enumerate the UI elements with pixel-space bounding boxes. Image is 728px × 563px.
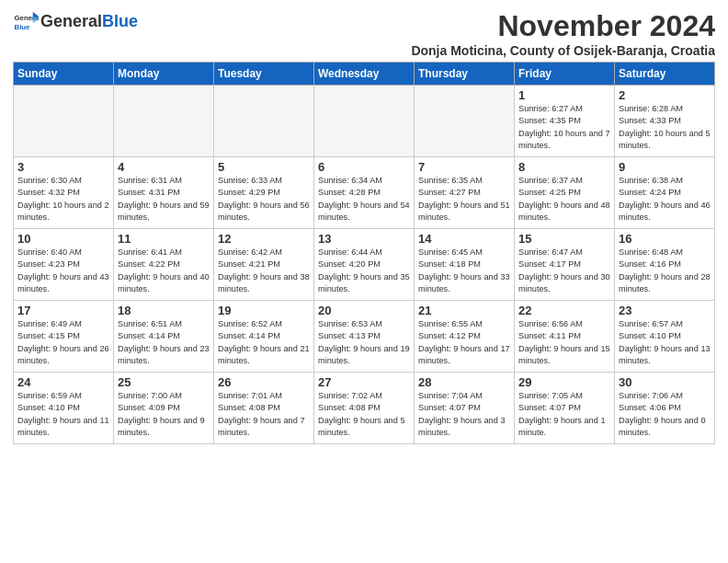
day-info: Sunrise: 6:40 AMSunset: 4:23 PMDaylight:… — [17, 247, 109, 295]
day-number: 4 — [118, 160, 210, 174]
day-number: 5 — [218, 160, 310, 174]
calendar-cell — [114, 86, 214, 157]
calendar-cell: 30Sunrise: 7:06 AMSunset: 4:06 PMDayligh… — [615, 373, 715, 444]
logo: General Blue GeneralBlue — [13, 9, 138, 35]
calendar-cell: 15Sunrise: 6:47 AMSunset: 4:17 PMDayligh… — [515, 229, 615, 301]
day-info: Sunrise: 6:49 AMSunset: 4:15 PMDaylight:… — [17, 318, 109, 367]
day-number: 19 — [218, 304, 310, 317]
day-info: Sunrise: 6:55 AMSunset: 4:12 PMDaylight:… — [418, 318, 510, 367]
calendar-week-row: 17Sunrise: 6:49 AMSunset: 4:15 PMDayligh… — [14, 301, 715, 373]
day-number: 13 — [318, 232, 410, 246]
day-info: Sunrise: 7:01 AMSunset: 4:08 PMDaylight:… — [218, 390, 310, 439]
day-number: 10 — [17, 232, 109, 246]
day-info: Sunrise: 6:44 AMSunset: 4:20 PMDaylight:… — [318, 247, 410, 295]
calendar-cell: 25Sunrise: 7:00 AMSunset: 4:09 PMDayligh… — [114, 373, 214, 444]
calendar-cell: 8Sunrise: 6:37 AMSunset: 4:25 PMDaylight… — [515, 157, 615, 229]
day-info: Sunrise: 6:37 AMSunset: 4:25 PMDaylight:… — [518, 175, 610, 224]
day-number: 17 — [17, 304, 109, 317]
day-info: Sunrise: 6:59 AMSunset: 4:10 PMDaylight:… — [17, 390, 109, 439]
day-info: Sunrise: 6:51 AMSunset: 4:14 PMDaylight:… — [118, 318, 210, 367]
day-info: Sunrise: 6:34 AMSunset: 4:28 PMDaylight:… — [318, 175, 410, 224]
day-number: 25 — [118, 375, 210, 389]
calendar-cell: 16Sunrise: 6:48 AMSunset: 4:16 PMDayligh… — [615, 229, 715, 301]
day-number: 3 — [17, 160, 109, 174]
calendar-cell: 9Sunrise: 6:38 AMSunset: 4:24 PMDaylight… — [615, 157, 715, 229]
header-saturday: Saturday — [615, 63, 715, 86]
day-number: 14 — [418, 232, 510, 246]
day-number: 2 — [619, 88, 711, 102]
header-friday: Friday — [515, 63, 615, 86]
day-number: 6 — [318, 160, 410, 174]
day-number: 28 — [418, 375, 510, 389]
day-number: 16 — [619, 232, 711, 246]
calendar-cell: 23Sunrise: 6:57 AMSunset: 4:10 PMDayligh… — [615, 301, 715, 373]
day-number: 21 — [418, 304, 510, 317]
day-number: 15 — [518, 232, 610, 246]
day-info: Sunrise: 6:33 AMSunset: 4:29 PMDaylight:… — [218, 175, 310, 224]
logo-blue-text: Blue — [102, 12, 138, 30]
day-info: Sunrise: 6:38 AMSunset: 4:24 PMDaylight:… — [619, 175, 711, 224]
weekday-header-row: Sunday Monday Tuesday Wednesday Thursday… — [14, 63, 715, 86]
calendar-week-row: 3Sunrise: 6:30 AMSunset: 4:32 PMDaylight… — [14, 157, 715, 229]
calendar-cell: 29Sunrise: 7:05 AMSunset: 4:07 PMDayligh… — [515, 373, 615, 444]
day-number: 7 — [418, 160, 510, 174]
day-number: 18 — [118, 304, 210, 317]
calendar-cell: 12Sunrise: 6:42 AMSunset: 4:21 PMDayligh… — [214, 229, 314, 301]
day-number: 26 — [218, 375, 310, 389]
calendar-cell: 11Sunrise: 6:41 AMSunset: 4:22 PMDayligh… — [114, 229, 214, 301]
calendar-cell: 14Sunrise: 6:45 AMSunset: 4:18 PMDayligh… — [415, 229, 515, 301]
day-number: 23 — [619, 304, 711, 317]
day-info: Sunrise: 6:48 AMSunset: 4:16 PMDaylight:… — [619, 247, 711, 295]
day-number: 11 — [118, 232, 210, 246]
day-info: Sunrise: 6:53 AMSunset: 4:13 PMDaylight:… — [318, 318, 410, 367]
day-info: Sunrise: 6:31 AMSunset: 4:31 PMDaylight:… — [118, 175, 210, 224]
day-info: Sunrise: 6:57 AMSunset: 4:10 PMDaylight:… — [619, 318, 711, 367]
header-wednesday: Wednesday — [314, 63, 415, 86]
calendar-cell: 28Sunrise: 7:04 AMSunset: 4:07 PMDayligh… — [415, 373, 515, 444]
calendar-cell: 17Sunrise: 6:49 AMSunset: 4:15 PMDayligh… — [14, 301, 114, 373]
day-info: Sunrise: 6:45 AMSunset: 4:18 PMDaylight:… — [418, 247, 510, 295]
day-info: Sunrise: 6:35 AMSunset: 4:27 PMDaylight:… — [418, 175, 510, 224]
day-number: 30 — [619, 375, 711, 389]
day-number: 29 — [518, 375, 610, 389]
day-info: Sunrise: 6:52 AMSunset: 4:14 PMDaylight:… — [218, 318, 310, 367]
calendar-cell: 20Sunrise: 6:53 AMSunset: 4:13 PMDayligh… — [314, 301, 415, 373]
calendar-table: Sunday Monday Tuesday Wednesday Thursday… — [13, 62, 715, 444]
calendar-cell: 22Sunrise: 6:56 AMSunset: 4:11 PMDayligh… — [515, 301, 615, 373]
header-thursday: Thursday — [415, 63, 515, 86]
day-number: 22 — [518, 304, 610, 317]
day-number: 20 — [318, 304, 410, 317]
calendar-week-row: 24Sunrise: 6:59 AMSunset: 4:10 PMDayligh… — [14, 373, 715, 444]
calendar-cell: 5Sunrise: 6:33 AMSunset: 4:29 PMDaylight… — [214, 157, 314, 229]
calendar-cell: 19Sunrise: 6:52 AMSunset: 4:14 PMDayligh… — [214, 301, 314, 373]
calendar-cell — [14, 86, 114, 157]
day-info: Sunrise: 7:02 AMSunset: 4:08 PMDaylight:… — [318, 390, 410, 439]
subtitle: Donja Moticina, County of Osijek-Baranja… — [411, 43, 715, 58]
day-info: Sunrise: 7:05 AMSunset: 4:07 PMDaylight:… — [518, 390, 610, 439]
title-block: November 2024 Donja Moticina, County of … — [411, 9, 715, 58]
calendar-cell: 27Sunrise: 7:02 AMSunset: 4:08 PMDayligh… — [314, 373, 415, 444]
calendar-cell — [415, 86, 515, 157]
day-number: 8 — [518, 160, 610, 174]
day-info: Sunrise: 6:42 AMSunset: 4:21 PMDaylight:… — [218, 247, 310, 295]
calendar-cell: 24Sunrise: 6:59 AMSunset: 4:10 PMDayligh… — [14, 373, 114, 444]
calendar-cell: 13Sunrise: 6:44 AMSunset: 4:20 PMDayligh… — [314, 229, 415, 301]
calendar-cell: 21Sunrise: 6:55 AMSunset: 4:12 PMDayligh… — [415, 301, 515, 373]
calendar-cell — [214, 86, 314, 157]
calendar-cell: 10Sunrise: 6:40 AMSunset: 4:23 PMDayligh… — [14, 229, 114, 301]
day-info: Sunrise: 7:00 AMSunset: 4:09 PMDaylight:… — [118, 390, 210, 439]
day-info: Sunrise: 6:30 AMSunset: 4:32 PMDaylight:… — [17, 175, 109, 224]
calendar-cell: 4Sunrise: 6:31 AMSunset: 4:31 PMDaylight… — [114, 157, 214, 229]
calendar-cell — [314, 86, 415, 157]
day-info: Sunrise: 6:27 AMSunset: 4:35 PMDaylight:… — [518, 103, 610, 152]
day-number: 1 — [518, 88, 610, 102]
day-number: 27 — [318, 375, 410, 389]
calendar-cell: 26Sunrise: 7:01 AMSunset: 4:08 PMDayligh… — [214, 373, 314, 444]
logo-icon: General Blue — [13, 9, 39, 35]
logo-general-text: General — [40, 12, 102, 30]
calendar-cell: 7Sunrise: 6:35 AMSunset: 4:27 PMDaylight… — [415, 157, 515, 229]
calendar-week-row: 10Sunrise: 6:40 AMSunset: 4:23 PMDayligh… — [14, 229, 715, 301]
calendar-cell: 18Sunrise: 6:51 AMSunset: 4:14 PMDayligh… — [114, 301, 214, 373]
day-number: 24 — [17, 375, 109, 389]
calendar-cell: 6Sunrise: 6:34 AMSunset: 4:28 PMDaylight… — [314, 157, 415, 229]
